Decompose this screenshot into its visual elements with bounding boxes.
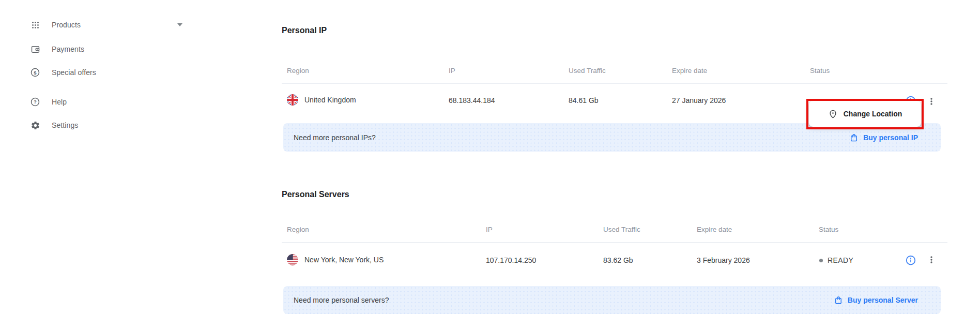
dashboard-app: Products Payments $ Speci	[0, 0, 980, 327]
traffic-value: 83.62 Gb	[603, 256, 633, 264]
buy-personal-server-button[interactable]: Buy personal Server	[834, 295, 918, 305]
column-header-status: Status	[819, 226, 838, 233]
column-header-ip: IP	[449, 67, 455, 75]
column-header-region: Region	[287, 226, 309, 233]
us-flag-icon	[287, 254, 298, 265]
sidebar-item-label: Help	[52, 98, 67, 106]
status-dot-icon	[819, 259, 823, 262]
section-title-personal-servers: Personal Servers	[282, 190, 349, 199]
column-header-ip: IP	[486, 226, 493, 233]
table-row: New York, New York, US 107.170.14.250 83…	[282, 242, 946, 286]
banner-text: Need more personal servers?	[294, 296, 389, 304]
chevron-down-icon[interactable]	[177, 23, 182, 26]
change-location-label: Change Location	[844, 110, 902, 118]
expire-value: 27 January 2026	[672, 96, 726, 105]
kebab-menu-icon[interactable]	[927, 255, 936, 264]
sidebar-item-payments[interactable]: Payments	[30, 42, 185, 56]
column-header-expire: Expire date	[672, 67, 707, 75]
uk-flag-icon	[287, 94, 298, 106]
region-label: New York, New York, US	[304, 256, 384, 264]
region-label: United Kingdom	[304, 96, 356, 104]
column-header-status: Status	[810, 67, 830, 75]
table-row: United Kingdom 68.183.44.184 84.61 Gb 27…	[282, 84, 946, 123]
sidebar-item-products[interactable]: Products	[30, 18, 185, 32]
need-more-servers-banner: Need more personal servers? Buy personal…	[283, 286, 941, 314]
change-location-button[interactable]: Change Location	[809, 101, 921, 127]
sidebar-item-label: Payments	[52, 45, 84, 53]
region-cell: New York, New York, US	[287, 254, 384, 265]
kebab-menu-icon[interactable]	[927, 97, 936, 106]
buy-personal-server-label: Buy personal Server	[848, 296, 918, 304]
sidebar-item-label: Special offers	[52, 68, 96, 77]
ip-value: 68.183.44.184	[449, 96, 495, 105]
column-header-expire: Expire date	[697, 226, 732, 233]
help-circle-icon: ?	[30, 97, 40, 107]
location-pin-icon	[828, 109, 838, 119]
section-title-personal-ip: Personal IP	[282, 26, 327, 35]
svg-text:?: ?	[34, 99, 37, 105]
column-header-traffic: Used Traffic	[569, 67, 606, 75]
main-content: Personal IP Region IP Used Traffic Expir…	[282, 0, 946, 327]
column-header-region: Region	[287, 67, 309, 75]
column-header-traffic: Used Traffic	[603, 226, 640, 233]
shopping-bag-icon	[849, 133, 859, 142]
info-icon[interactable]	[905, 255, 916, 266]
gear-icon	[30, 120, 40, 130]
sidebar-item-label: Products	[52, 21, 81, 29]
ip-value: 107.170.14.250	[486, 256, 536, 264]
expire-value: 3 February 2026	[697, 256, 750, 264]
need-more-ips-banner: Need more personal IPs? Buy personal IP	[283, 123, 941, 152]
sidebar: Products Payments $ Speci	[30, 0, 185, 327]
banner-text: Need more personal IPs?	[294, 133, 376, 142]
status-label: READY	[828, 256, 853, 264]
shopping-bag-icon	[834, 295, 843, 305]
status-badge: READY	[819, 256, 853, 264]
region-cell: United Kingdom	[287, 94, 356, 106]
dollar-circle-icon: $	[30, 67, 40, 78]
svg-text:$: $	[34, 70, 37, 76]
traffic-value: 84.61 Gb	[569, 96, 599, 105]
sidebar-item-special-offers[interactable]: $ Special offers	[30, 66, 185, 79]
buy-personal-ip-button[interactable]: Buy personal IP	[849, 133, 918, 142]
sidebar-item-label: Settings	[52, 121, 78, 129]
wallet-icon	[30, 44, 40, 54]
sidebar-item-help[interactable]: ? Help	[30, 95, 185, 109]
apps-grid-icon	[30, 20, 40, 30]
sidebar-item-settings[interactable]: Settings	[30, 118, 185, 132]
buy-personal-ip-label: Buy personal IP	[863, 133, 918, 142]
